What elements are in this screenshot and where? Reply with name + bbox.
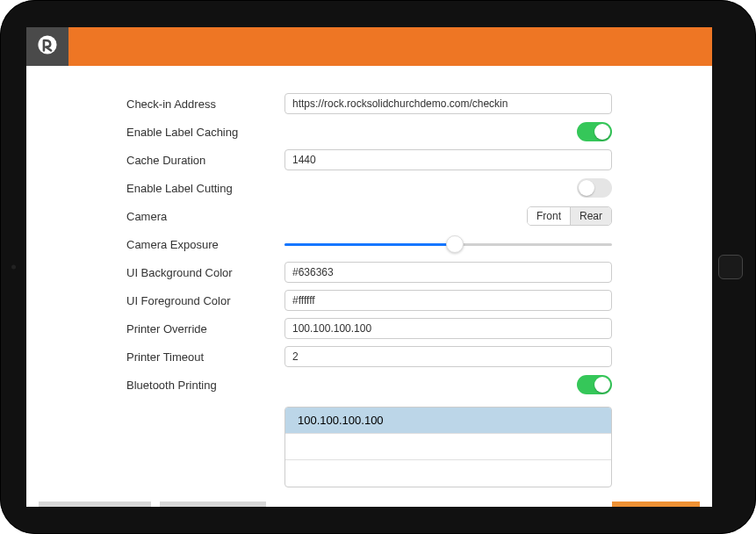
bluetooth-printing-toggle[interactable] — [577, 375, 612, 394]
row-enable-label-cutting: Enable Label Cutting — [126, 177, 612, 199]
printer-list-item-0[interactable]: 100.100.100.100 — [285, 408, 611, 434]
label-bluetooth-printing: Bluetooth Printing — [126, 379, 284, 392]
print-test-label-button[interactable]: Print Test Label — [160, 502, 266, 507]
label-ui-fg-color: UI Foreground Color — [126, 294, 284, 307]
enable-label-caching-toggle[interactable] — [577, 122, 612, 141]
cache-duration-input[interactable] — [284, 149, 612, 170]
label-checkin-address: Check-in Address — [126, 97, 284, 111]
row-bluetooth-printing: Bluetooth Printing — [126, 373, 612, 396]
ui-bg-color-input[interactable] — [284, 262, 612, 283]
row-printer-timeout: Printer Timeout — [126, 345, 612, 368]
row-cache-duration: Cache Duration — [126, 148, 612, 171]
screen: Check-in Address Enable Label Caching Ca… — [26, 27, 712, 507]
label-ui-bg-color: UI Background Color — [126, 266, 284, 279]
reload-checkin-button[interactable]: Reload Check-in — [39, 502, 151, 507]
footer-bar: Reload Check-in Print Test Label Close — [39, 493, 700, 507]
printer-list-item-2[interactable] — [285, 460, 611, 487]
checkin-address-input[interactable] — [284, 93, 612, 114]
svg-point-0 — [38, 35, 56, 54]
row-ui-fg-color: UI Foreground Color — [126, 289, 612, 312]
header-bar — [26, 27, 712, 66]
ui-fg-color-input[interactable] — [284, 290, 612, 311]
label-printer-override: Printer Override — [126, 322, 284, 336]
row-printer-list: 100.100.100.100 — [126, 401, 612, 487]
label-printer-timeout: Printer Timeout — [126, 350, 284, 364]
row-printer-override: Printer Override — [126, 317, 612, 340]
printer-timeout-input[interactable] — [284, 346, 612, 367]
row-camera-exposure: Camera Exposure — [126, 233, 612, 256]
content-area: Check-in Address Enable Label Caching Ca… — [26, 66, 712, 507]
row-checkin-address: Check-in Address — [126, 92, 612, 115]
label-camera: Camera — [126, 210, 284, 223]
row-camera: Camera Front Rear — [126, 205, 612, 227]
printer-list-item-1[interactable] — [285, 434, 611, 460]
label-enable-label-cutting: Enable Label Cutting — [126, 182, 284, 195]
tablet-frame: Check-in Address Enable Label Caching Ca… — [0, 0, 756, 534]
label-enable-label-caching: Enable Label Caching — [126, 126, 284, 139]
label-cache-duration: Cache Duration — [126, 154, 284, 167]
camera-exposure-slider[interactable] — [284, 235, 612, 254]
label-camera-exposure: Camera Exposure — [126, 238, 284, 251]
logo-box — [26, 27, 68, 66]
row-ui-bg-color: UI Background Color — [126, 261, 612, 284]
camera-option-rear[interactable]: Rear — [571, 207, 611, 225]
rock-logo-icon — [36, 33, 59, 60]
printer-override-input[interactable] — [284, 318, 612, 339]
camera-segmented: Front Rear — [527, 206, 612, 226]
row-enable-label-caching: Enable Label Caching — [126, 120, 612, 143]
camera-option-front[interactable]: Front — [528, 207, 571, 225]
close-button[interactable]: Close — [612, 502, 700, 507]
enable-label-cutting-toggle[interactable] — [577, 178, 612, 198]
settings-form: Check-in Address Enable Label Caching Ca… — [39, 92, 700, 493]
printer-list: 100.100.100.100 — [284, 407, 612, 487]
